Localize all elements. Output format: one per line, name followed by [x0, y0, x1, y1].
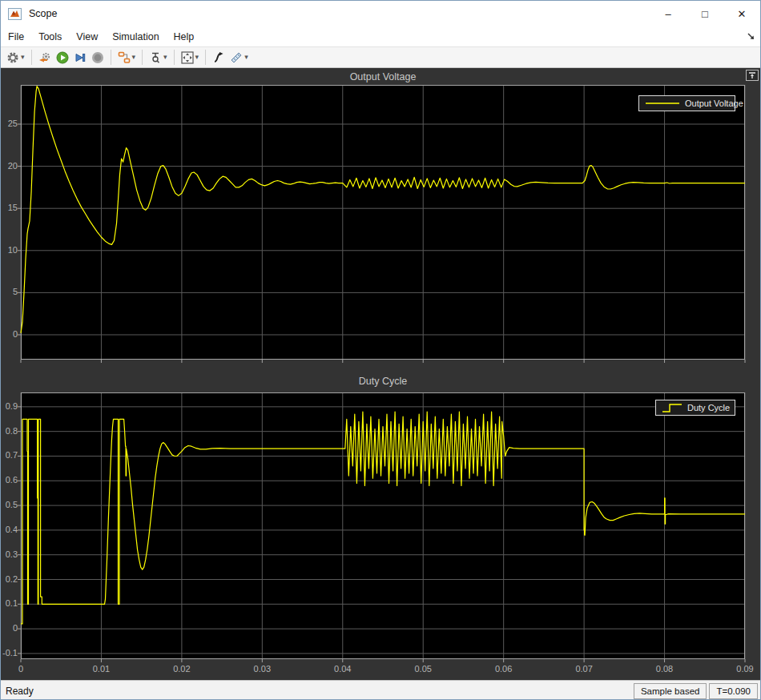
- legend-duty-cycle[interactable]: Duty Cycle: [655, 400, 735, 416]
- status-time: T=0.090: [709, 683, 758, 699]
- menu-file[interactable]: File: [1, 28, 31, 46]
- cursor-measurements-icon: [212, 51, 225, 64]
- scope-window: Scope – □ ✕ File Tools View Simulation H…: [0, 0, 761, 700]
- menu-help[interactable]: Help: [167, 28, 202, 46]
- y-tick-label: 10: [0, 245, 18, 255]
- highlight-block-icon: [118, 51, 131, 64]
- step-forward-button[interactable]: [71, 48, 89, 67]
- y-tick-label: 20: [0, 161, 18, 171]
- gear-icon: [6, 51, 19, 64]
- zoom-fit-button[interactable]: ▾: [179, 48, 202, 67]
- y-tick-label: 0: [0, 329, 18, 339]
- chevron-down-icon: ▾: [163, 54, 167, 61]
- plot-duty-cycle[interactable]: [21, 392, 745, 659]
- cursor-measurements-button[interactable]: [210, 48, 227, 67]
- y-tick-label: 0.7: [0, 450, 18, 460]
- plot-title-output-voltage: Output Voltage: [21, 71, 745, 82]
- x-tick-label: 0: [3, 664, 38, 674]
- stop-icon: [91, 51, 104, 64]
- menu-tools[interactable]: Tools: [31, 28, 69, 46]
- y-tick-label: 0.3: [0, 549, 18, 559]
- status-bar: Ready Sample based T=0.090: [1, 680, 760, 700]
- x-tick-label: 0.02: [164, 664, 199, 674]
- run-icon: [56, 51, 69, 64]
- maximize-button[interactable]: □: [687, 1, 723, 26]
- close-button[interactable]: ✕: [723, 1, 760, 26]
- legend-stair-sample: [662, 402, 682, 413]
- menu-view[interactable]: View: [69, 28, 105, 46]
- x-tick-label: 0.01: [83, 664, 119, 674]
- x-tick-label: 0.03: [244, 664, 280, 674]
- run-button[interactable]: [54, 48, 71, 67]
- x-tick-label: 0.09: [727, 664, 761, 674]
- window-title: Scope: [29, 8, 57, 19]
- trigger-button[interactable]: ▾: [147, 48, 170, 67]
- status-ready: Ready: [1, 686, 634, 697]
- chevron-down-icon: ▾: [132, 54, 136, 61]
- y-tick-label: 25: [0, 119, 18, 128]
- y-tick-label: 0.9: [0, 401, 18, 411]
- legend-line-sample: [645, 99, 680, 107]
- y-tick-label: 0.8: [0, 426, 18, 436]
- y-tick-label: 0: [0, 623, 18, 633]
- expand-button[interactable]: [746, 70, 759, 81]
- highlight-block-button[interactable]: ▾: [115, 48, 139, 67]
- status-sample-mode: Sample based: [634, 683, 707, 699]
- matlab-scope-icon: [8, 8, 22, 20]
- menu-bar: File Tools View Simulation Help: [1, 26, 760, 47]
- x-tick-label: 0.05: [405, 664, 441, 674]
- y-tick-label: 0.6: [0, 475, 18, 485]
- step-forward-icon: [74, 51, 87, 64]
- trigger-icon: [149, 51, 162, 64]
- y-tick-label: 0.5: [0, 500, 18, 509]
- x-tick-label: 0.06: [486, 664, 521, 674]
- legend-label: Duty Cycle: [687, 403, 730, 412]
- menu-simulation[interactable]: Simulation: [105, 28, 166, 46]
- legend-label: Output Voltage: [685, 99, 743, 108]
- x-tick-label: 0.07: [566, 664, 602, 674]
- zoom-fit-icon: [181, 51, 194, 64]
- y-tick-label: -0.1: [0, 648, 18, 658]
- legend-output-voltage[interactable]: Output Voltage: [638, 95, 735, 111]
- stop-button[interactable]: [89, 48, 107, 67]
- stepping-options-icon: [38, 51, 51, 64]
- y-tick-label: 0.1: [0, 598, 18, 608]
- stepping-options-button[interactable]: [36, 48, 54, 67]
- expand-arrow-icon: [748, 72, 756, 79]
- plot-canvas: Output Voltage Duty Cycle 0510152025-0.1…: [1, 68, 761, 680]
- minimize-button[interactable]: –: [650, 1, 687, 26]
- y-tick-label: 5: [0, 287, 18, 296]
- title-bar: Scope – □ ✕: [1, 1, 760, 26]
- chevron-down-icon: ▾: [244, 54, 248, 61]
- plot-title-duty-cycle: Duty Cycle: [21, 376, 745, 387]
- chevron-down-icon: ▾: [195, 54, 199, 61]
- y-tick-label: 0.4: [0, 525, 18, 534]
- measurements-ruler-icon: [230, 51, 243, 64]
- y-tick-label: 15: [0, 203, 18, 212]
- measurements-button[interactable]: ▾: [227, 48, 251, 67]
- plot-output-voltage[interactable]: [21, 85, 745, 360]
- x-tick-label: 0.04: [325, 664, 360, 674]
- toolbar: ▾: [1, 47, 760, 68]
- y-tick-label: 0.2: [0, 574, 18, 584]
- x-tick-label: 0.08: [647, 664, 682, 674]
- dock-arrow-icon[interactable]: [747, 32, 755, 41]
- chevron-down-icon: ▾: [21, 54, 25, 61]
- settings-gear-button[interactable]: ▾: [4, 48, 27, 67]
